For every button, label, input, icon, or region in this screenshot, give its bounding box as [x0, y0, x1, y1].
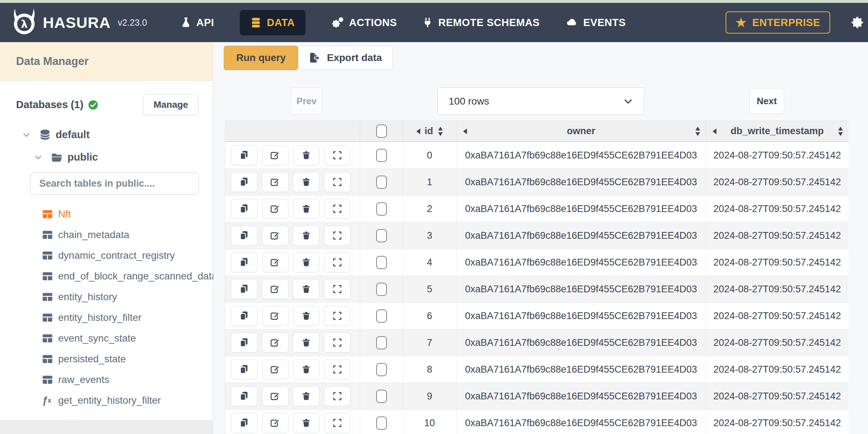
row-actions-cell	[225, 383, 360, 410]
sidebar-table-item[interactable]: chain_metadata	[0, 224, 213, 245]
expand-row-button[interactable]	[324, 413, 350, 433]
header-column-db-write-timestamp[interactable]: db_write_timestamp	[706, 121, 848, 141]
delete-row-button[interactable]	[293, 199, 319, 219]
sidebar-table-item[interactable]: event_sync_state	[0, 328, 213, 349]
top-nav: λ HASURA v2.23.0 API DATA	[0, 3, 868, 42]
edit-row-button[interactable]	[262, 386, 288, 406]
expand-row-button[interactable]	[324, 279, 350, 299]
clone-row-button[interactable]	[231, 172, 257, 192]
row-checkbox[interactable]	[376, 417, 387, 430]
run-query-button[interactable]: Run query	[224, 46, 298, 70]
expand-row-button[interactable]	[324, 306, 350, 326]
delete-row-button[interactable]	[293, 359, 319, 379]
clone-row-button[interactable]	[231, 279, 257, 299]
header-column-id[interactable]: id	[403, 121, 456, 141]
cell-timestamp: 2024-08-27T09:50:57.245142	[706, 169, 848, 196]
clone-row-button[interactable]	[231, 359, 257, 379]
tree-node-schema[interactable]: public	[34, 151, 213, 163]
sidebar-table-item[interactable]: persisted_state	[0, 349, 213, 369]
expand-row-button[interactable]	[324, 359, 350, 379]
sidebar-item-label: persisted_state	[58, 353, 126, 365]
sidebar-table-item[interactable]: entity_history	[0, 287, 213, 307]
row-checkbox[interactable]	[376, 309, 387, 323]
version-label: v2.23.0	[118, 17, 147, 28]
manage-button[interactable]: Manage	[143, 94, 198, 115]
delete-row-button[interactable]	[293, 306, 319, 326]
clone-row-button[interactable]	[231, 306, 257, 326]
expand-row-button[interactable]	[324, 145, 350, 165]
settings-gear-icon[interactable]	[850, 15, 864, 30]
database-icon	[251, 17, 261, 28]
row-checkbox[interactable]	[376, 176, 387, 189]
enterprise-label: ENTERPRISE	[752, 17, 820, 29]
enterprise-button[interactable]: ★ ENTERPRISE	[726, 11, 830, 34]
check-circle-icon	[88, 100, 99, 110]
clone-row-button[interactable]	[231, 413, 257, 433]
sidebar-table-item[interactable]: ƒx get_entity_history_filter	[0, 390, 213, 411]
row-checkbox[interactable]	[376, 256, 387, 269]
nav-item-events[interactable]: EVENTS	[565, 17, 626, 29]
edit-row-button[interactable]	[262, 252, 288, 272]
table-row: 2 0xaBA7161A7fb69c88e16ED9f455CE62B791EE…	[225, 196, 848, 222]
clone-row-button[interactable]	[231, 199, 257, 219]
edit-row-button[interactable]	[262, 279, 288, 299]
nav-item-remote-schemas[interactable]: REMOTE SCHEMAS	[423, 17, 540, 29]
delete-row-button[interactable]	[293, 413, 319, 433]
expand-row-button[interactable]	[324, 226, 350, 246]
sidebar-table-item[interactable]: end_of_block_range_scanned_data	[0, 266, 213, 287]
sidebar-table-item[interactable]: entity_history_filter	[0, 307, 213, 328]
row-checkbox[interactable]	[376, 390, 387, 403]
row-checkbox[interactable]	[376, 149, 387, 162]
delete-row-button[interactable]	[293, 279, 319, 299]
export-data-button[interactable]: Export data	[298, 46, 393, 70]
row-actions-cell	[225, 142, 360, 169]
search-tables-input[interactable]	[30, 172, 199, 195]
row-checkbox[interactable]	[376, 336, 387, 349]
edit-row-button[interactable]	[262, 333, 288, 353]
edit-row-button[interactable]	[262, 199, 288, 219]
header-column-owner[interactable]: owner	[456, 121, 706, 141]
edit-row-button[interactable]	[262, 226, 288, 246]
expand-row-button[interactable]	[324, 252, 350, 272]
sidebar-table-item[interactable]: Nft	[0, 204, 213, 224]
tree-node-database[interactable]: default	[22, 129, 213, 141]
row-checkbox[interactable]	[376, 202, 387, 216]
nav-item-api[interactable]: API	[181, 17, 214, 29]
delete-row-button[interactable]	[293, 226, 319, 246]
sidebar-table-item[interactable]: dynamic_contract_registry	[0, 245, 213, 266]
row-checkbox[interactable]	[376, 229, 387, 242]
expand-row-button[interactable]	[324, 172, 350, 192]
edit-row-button[interactable]	[262, 413, 288, 433]
select-all-checkbox[interactable]	[376, 125, 387, 138]
edit-row-button[interactable]	[262, 145, 288, 165]
clone-row-button[interactable]	[231, 226, 257, 246]
clone-row-button[interactable]	[231, 333, 257, 353]
nav-item-actions[interactable]: ACTIONS	[331, 17, 397, 29]
delete-row-button[interactable]	[293, 145, 319, 165]
clone-row-button[interactable]	[231, 252, 257, 272]
clone-row-button[interactable]	[231, 145, 257, 165]
delete-row-button[interactable]	[293, 333, 319, 353]
row-checkbox[interactable]	[376, 363, 387, 376]
expand-row-button[interactable]	[324, 199, 350, 219]
row-checkbox[interactable]	[376, 283, 387, 296]
expand-row-button[interactable]	[324, 386, 350, 406]
rows-per-page-select[interactable]: 100 rows	[438, 87, 644, 115]
nav-item-data[interactable]: DATA	[240, 10, 306, 35]
cell-owner: 0xaBA7161A7fb69c88e16ED9f455CE62B791EE4D…	[456, 303, 706, 329]
clone-row-button[interactable]	[231, 386, 257, 406]
delete-row-button[interactable]	[293, 172, 319, 192]
next-page-button[interactable]: Next	[750, 88, 784, 114]
delete-row-button[interactable]	[293, 252, 319, 272]
edit-row-button[interactable]	[262, 306, 288, 326]
header-select-all[interactable]	[360, 121, 403, 141]
edit-row-button[interactable]	[262, 359, 288, 379]
delete-row-button[interactable]	[293, 386, 319, 406]
table-icon	[42, 334, 53, 343]
prev-page-button[interactable]: Prev	[291, 87, 322, 115]
sidebar-table-item[interactable]: raw_events	[0, 369, 213, 390]
edit-row-button[interactable]	[262, 172, 288, 192]
expand-row-button[interactable]	[324, 333, 350, 353]
table-icon	[42, 210, 53, 219]
cell-id: 5	[403, 276, 456, 303]
